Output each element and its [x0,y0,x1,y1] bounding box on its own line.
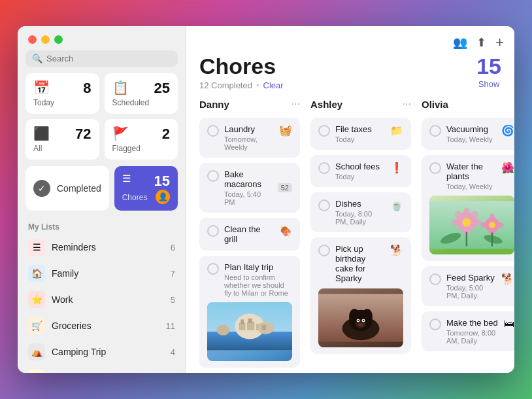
svg-point-33 [490,213,495,222]
task-taxes[interactable]: File taxes Today 📁 [310,118,411,150]
smart-card-all[interactable]: ⬛ 72 All [25,119,99,160]
smart-card-flagged[interactable]: 🚩 2 Flagged [105,119,178,160]
list-item-camping[interactable]: ⛺ Camping Trip 4 [18,339,186,365]
search-input[interactable] [46,54,171,63]
svg-point-35 [480,222,489,228]
bookclub-icon: 📕 [28,370,45,373]
all-count: 72 [75,126,91,143]
list-item-bookclub[interactable]: 📕 Book club 5 [18,365,186,373]
scheduled-icon: 📋 [112,80,129,95]
search-icon: 🔍 [32,54,42,63]
task-circle-school[interactable] [318,162,330,174]
column-danny: Danny ··· Laundry Tomorrow, Weekly 🧺 [194,95,305,373]
task-name-dishes: Dishes [335,199,385,209]
task-clean[interactable]: Clean the grill 🍖 [199,218,300,251]
work-icon: ⭐ [28,291,45,308]
share-icon[interactable]: ⬆ [476,35,486,50]
today-icon: 📅 [33,80,50,95]
svg-rect-7 [248,319,253,323]
task-circle-dishes[interactable] [318,200,330,211]
column-name-ashley: Ashley [310,99,342,110]
task-birthday[interactable]: Pick up birthday cake for Sparky 🐕 [310,237,411,354]
list-item-work[interactable]: ⭐ Work 5 [18,286,186,313]
task-circle-plants[interactable] [429,162,441,174]
danny-more-icon[interactable]: ··· [291,98,300,110]
smart-card-scheduled[interactable]: 📋 25 Scheduled [105,73,178,114]
app-window: 🔍 📅 8 Today 📋 25 Scheduled ⬛ [18,26,514,373]
task-circle-birthday[interactable] [318,245,330,256]
family-label: Family [52,268,78,279]
task-circle-italy[interactable] [207,263,219,275]
search-bar[interactable]: 🔍 [25,50,178,67]
task-sub-vacuum: Today, Weekly [446,135,496,143]
task-circle-bake[interactable] [207,170,219,182]
task-name-taxes: File taxes [335,124,385,134]
chores-card[interactable]: ☰ 15 Chores 👤 [114,166,178,211]
list-item-groceries[interactable]: 🛒 Groceries 11 [18,313,186,339]
list-item-reminders[interactable]: ☰ Reminders 6 [18,234,186,260]
svg-point-24 [462,218,471,226]
page-subtitle: 12 Completed • Clear [199,80,284,90]
chores-avatar: 👤 [156,190,170,204]
task-name-school: School fees [335,162,385,171]
task-sub-school: Today [335,173,385,181]
task-laundry[interactable]: Laundry Tomorrow, Weekly 🧺 [199,118,300,158]
task-dishes[interactable]: Dishes Today, 8:00 PM, Daily 🍵 [310,192,411,232]
show-button[interactable]: Show [476,79,501,89]
task-circle-bed[interactable] [429,319,441,330]
camping-count: 4 [171,347,175,357]
task-school[interactable]: School fees Today ❗ [310,155,411,187]
task-vacuum[interactable]: Vacuuming Today, Weekly 🌀 [422,118,514,150]
italy-image-placeholder [207,302,292,361]
minimize-button[interactable] [41,35,50,44]
svg-point-21 [358,323,363,326]
family-count: 7 [171,269,175,279]
groceries-icon: 🛒 [28,317,45,334]
task-sub-laundry: Tomorrow, Weekly [224,135,274,151]
task-circle-feed[interactable] [429,273,441,285]
task-bed[interactable]: Make the bed Tomorrow, 8:00 AM, Daily 🛏 [422,311,514,351]
close-button[interactable] [28,35,37,44]
taxes-emoji: 📁 [390,124,403,137]
svg-rect-3 [239,322,246,330]
task-circle-taxes[interactable] [318,125,330,137]
birthday-image [318,288,403,347]
task-feed[interactable]: Feed Sparky Today, 5:00 PM, Daily 🐕 [422,266,514,306]
task-circle-clean[interactable] [207,225,219,237]
svg-point-32 [489,222,495,228]
task-circle-vacuum[interactable] [429,125,441,137]
camping-label: Camping Trip [52,347,106,357]
task-name-clean: Clean the grill [224,224,274,244]
family-icon: 🏠 [28,265,45,282]
task-plants[interactable]: Water the plants Today, Weekly 🌺 [422,155,514,261]
completed-card[interactable]: ✓ Completed [25,166,109,211]
column-header-olivia: Olivia ··· [422,95,514,113]
add-button[interactable]: + [495,34,504,51]
task-name-bake: Bake macarons [224,169,273,189]
list-item-family[interactable]: 🏠 Family 7 [18,260,186,286]
school-emoji: ❗ [390,162,403,174]
clear-button[interactable]: Clear [263,80,284,90]
chores-count: 15 [154,173,170,190]
birthday-emoji: 🐕 [390,244,403,256]
maximize-button[interactable] [54,35,63,44]
people-icon[interactable]: 👥 [453,35,467,50]
reminders-label: Reminders [52,242,96,252]
ashley-more-icon[interactable]: ··· [403,98,411,110]
task-italy[interactable]: Plan Italy trip Need to confirm whether … [199,256,300,368]
main-toolbar: 👥 ⬆ + [186,26,514,54]
olivia-bottom-space [422,356,514,373]
svg-point-28 [471,219,481,226]
work-count: 5 [171,295,175,305]
titlebar [18,26,186,50]
all-label: All [33,144,91,153]
svg-point-25 [463,207,470,218]
task-name-plants: Water the plants [446,162,496,181]
smart-card-today[interactable]: 📅 8 Today [25,73,99,114]
svg-rect-9 [262,325,267,330]
scheduled-count: 25 [154,80,170,97]
column-olivia: Olivia ··· Vacuuming Today, Weekly 🌀 [416,95,514,373]
task-circle-laundry[interactable] [207,125,219,137]
task-bake[interactable]: Bake macarons Today, 5:40 PM 52 [199,163,300,213]
olivia-more-icon[interactable]: ··· [514,98,514,110]
